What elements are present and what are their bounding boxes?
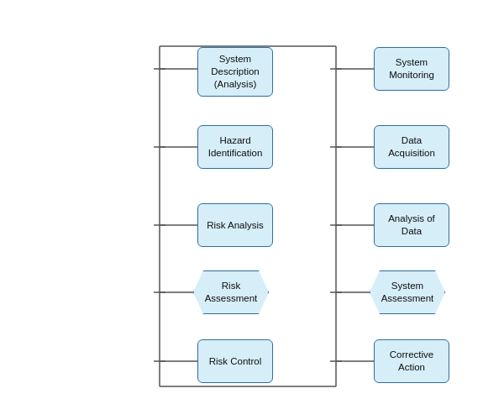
node-system-monitoring: System Monitoring — [374, 47, 449, 91]
node-corrective-action: Corrective Action — [374, 339, 449, 383]
node-hazard-identification: Hazard Identification — [197, 125, 273, 169]
node-risk-assessment: Risk Assessment — [193, 270, 269, 314]
node-risk-control: Risk Control — [197, 339, 273, 383]
node-system-description: System Description (Analysis) — [197, 47, 273, 97]
node-system-assessment: System Assessment — [370, 270, 445, 314]
diagram-container: System Description (Analysis) Hazard Ide… — [0, 0, 504, 420]
node-data-acquisition: Data Acquisition — [374, 125, 449, 169]
node-analysis-of-data: Analysis of Data — [374, 203, 449, 247]
node-risk-analysis: Risk Analysis — [197, 203, 273, 247]
